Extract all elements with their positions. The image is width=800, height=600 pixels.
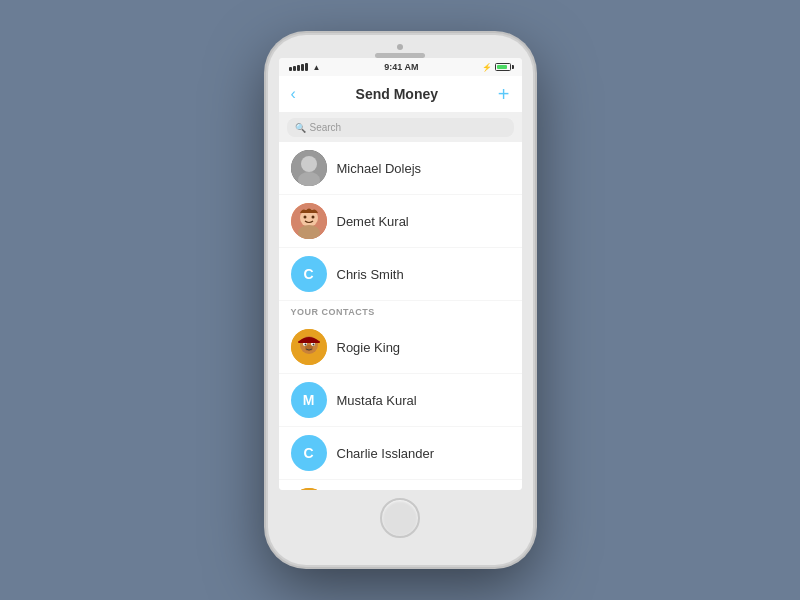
svg-point-1 [301,156,317,172]
avatar-letter-mustafa: M [303,392,315,408]
page-title: Send Money [356,86,438,102]
contact-name-mustafa: Mustafa Kural [337,393,417,408]
signal-dot-3 [297,65,300,71]
avatar-letter-chris: C [303,266,313,282]
avatar-rogie-1 [291,329,327,365]
search-placeholder: Search [310,122,342,133]
svg-rect-16 [291,488,327,490]
svg-point-5 [303,216,306,219]
phone-frame: ▲ 9:41 AM ⚡ ‹ Send Money + 🔍 Search [268,35,533,565]
contacts-list: Michael Dolejs Demet Kural [279,142,522,490]
avatar-rogie-2 [291,488,327,490]
status-left: ▲ [289,63,321,72]
contact-item-demet[interactable]: Demet Kural [279,195,522,248]
contact-item-rogie-1[interactable]: Rogie King [279,321,522,374]
contact-name-demet: Demet Kural [337,214,409,229]
avatar-charlie: C [291,435,327,471]
signal-dots [289,63,308,71]
svg-point-12 [304,344,306,346]
svg-point-13 [312,344,314,346]
signal-dot-4 [301,64,304,71]
search-icon: 🔍 [295,123,306,133]
avatar-demet-svg [291,203,327,239]
search-input-wrapper[interactable]: 🔍 Search [287,118,514,137]
avatar-chris: C [291,256,327,292]
contact-item-mustafa[interactable]: M Mustafa Kural [279,374,522,427]
avatar-letter-charlie: C [303,445,313,461]
battery-charging-icon: ⚡ [482,63,492,72]
avatar-rogie-svg-1 [291,329,327,365]
status-time: 9:41 AM [384,62,418,72]
contact-name-michael: Michael Dolejs [337,161,422,176]
svg-point-6 [311,216,314,219]
avatar-demet [291,203,327,239]
search-bar: 🔍 Search [279,113,522,142]
back-button[interactable]: ‹ [291,85,296,103]
wifi-icon: ▲ [313,63,321,72]
your-contacts-header: YOUR CONTACTS [279,301,522,321]
svg-rect-15 [298,341,320,343]
avatar-mustafa: M [291,382,327,418]
camera-dot [397,44,403,50]
add-button[interactable]: + [498,84,510,104]
contact-item-chris[interactable]: C Chris Smith [279,248,522,301]
home-button[interactable] [380,498,420,538]
phone-screen: ▲ 9:41 AM ⚡ ‹ Send Money + 🔍 Search [279,58,522,490]
avatar-michael-svg [291,150,327,186]
battery-fill [497,65,507,69]
battery-icon [495,63,511,71]
avatar-michael [291,150,327,186]
avatar-rogie-svg-2 [291,488,327,490]
signal-dot-2 [293,66,296,71]
signal-dot-1 [289,67,292,71]
contact-item-michael[interactable]: Michael Dolejs [279,142,522,195]
phone-bottom [380,498,420,538]
contact-name-charlie: Charlie Isslander [337,446,435,461]
status-bar: ▲ 9:41 AM ⚡ [279,58,522,76]
contact-item-charlie[interactable]: C Charlie Isslander [279,427,522,480]
status-right: ⚡ [482,63,511,72]
contact-name-chris: Chris Smith [337,267,404,282]
contact-name-rogie-1: Rogie King [337,340,401,355]
nav-bar: ‹ Send Money + [279,76,522,113]
contact-item-rogie-2[interactable]: Rogie King [279,480,522,490]
signal-dot-5 [305,63,308,71]
